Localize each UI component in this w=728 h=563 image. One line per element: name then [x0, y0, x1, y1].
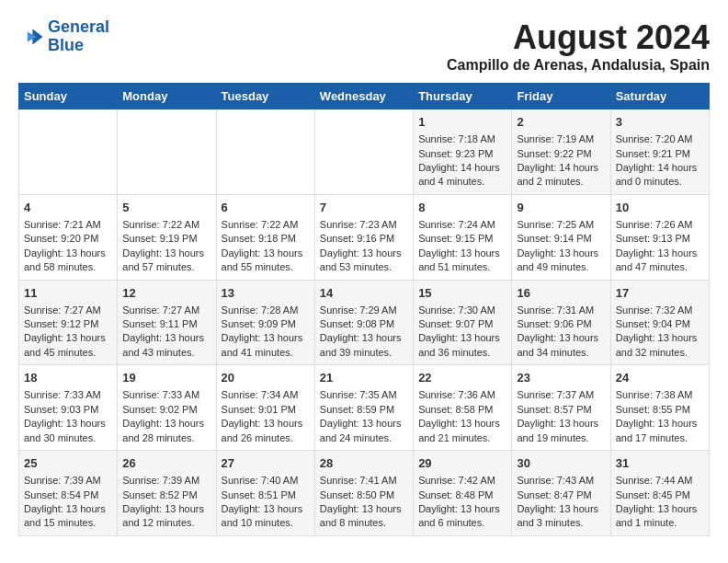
day-info: Sunrise: 7:36 AM Sunset: 8:58 PM Dayligh…	[418, 388, 506, 445]
calendar-header-row: SundayMondayTuesdayWednesdayThursdayFrid…	[19, 84, 710, 109]
day-number: 6	[222, 200, 310, 216]
day-info: Sunrise: 7:39 AM Sunset: 8:54 PM Dayligh…	[24, 474, 112, 531]
day-number: 31	[616, 455, 704, 472]
calendar-cell: 30Sunrise: 7:43 AM Sunset: 8:47 PM Dayli…	[512, 451, 610, 536]
day-number: 2	[517, 114, 605, 131]
title-area: August 2024 Campillo de Arenas, Andalusi…	[447, 18, 710, 74]
day-number: 20	[222, 370, 310, 386]
calendar-cell: 18Sunrise: 7:33 AM Sunset: 9:03 PM Dayli…	[19, 365, 118, 451]
day-number: 24	[616, 370, 704, 386]
day-info: Sunrise: 7:33 AM Sunset: 9:02 PM Dayligh…	[122, 388, 210, 445]
day-info: Sunrise: 7:28 AM Sunset: 9:09 PM Dayligh…	[222, 304, 310, 361]
calendar-cell: 8Sunrise: 7:24 AM Sunset: 9:15 PM Daylig…	[414, 194, 512, 280]
calendar-cell: 17Sunrise: 7:32 AM Sunset: 9:04 PM Dayli…	[610, 280, 709, 365]
day-number: 21	[320, 370, 408, 386]
day-info: Sunrise: 7:37 AM Sunset: 8:57 PM Dayligh…	[517, 388, 605, 445]
day-number: 29	[418, 455, 506, 472]
calendar-cell: 16Sunrise: 7:31 AM Sunset: 9:06 PM Dayli…	[512, 280, 610, 365]
day-info: Sunrise: 7:25 AM Sunset: 9:14 PM Dayligh…	[517, 218, 605, 275]
day-number: 25	[24, 455, 112, 472]
day-info: Sunrise: 7:21 AM Sunset: 9:20 PM Dayligh…	[24, 218, 112, 275]
day-number: 3	[616, 114, 704, 131]
logo: General Blue	[18, 18, 109, 55]
calendar-week-5: 25Sunrise: 7:39 AM Sunset: 8:54 PM Dayli…	[19, 451, 710, 536]
calendar-cell: 5Sunrise: 7:22 AM Sunset: 9:19 PM Daylig…	[118, 194, 216, 280]
day-info: Sunrise: 7:30 AM Sunset: 9:07 PM Dayligh…	[418, 304, 506, 361]
header-cell-sunday: Sunday	[19, 84, 118, 109]
day-number: 18	[24, 370, 112, 386]
calendar-cell: 12Sunrise: 7:27 AM Sunset: 9:11 PM Dayli…	[118, 280, 216, 365]
day-info: Sunrise: 7:29 AM Sunset: 9:08 PM Dayligh…	[320, 304, 408, 361]
calendar-cell: 22Sunrise: 7:36 AM Sunset: 8:58 PM Dayli…	[414, 365, 512, 451]
calendar-cell: 1Sunrise: 7:18 AM Sunset: 9:23 PM Daylig…	[414, 109, 512, 195]
day-info: Sunrise: 7:22 AM Sunset: 9:18 PM Dayligh…	[222, 218, 310, 275]
day-number: 1	[418, 114, 506, 131]
day-number: 10	[616, 200, 704, 216]
day-info: Sunrise: 7:24 AM Sunset: 9:15 PM Dayligh…	[418, 218, 506, 275]
calendar-cell: 25Sunrise: 7:39 AM Sunset: 8:54 PM Dayli…	[19, 451, 118, 536]
day-info: Sunrise: 7:33 AM Sunset: 9:03 PM Dayligh…	[24, 388, 112, 445]
day-info: Sunrise: 7:35 AM Sunset: 8:59 PM Dayligh…	[320, 388, 408, 445]
calendar-cell: 10Sunrise: 7:26 AM Sunset: 9:13 PM Dayli…	[610, 194, 709, 280]
logo-text: General Blue	[48, 18, 109, 55]
header-cell-wednesday: Wednesday	[314, 84, 413, 109]
calendar-cell: 4Sunrise: 7:21 AM Sunset: 9:20 PM Daylig…	[19, 194, 118, 280]
day-number: 7	[320, 200, 408, 216]
day-number: 9	[517, 200, 605, 216]
calendar-cell	[314, 109, 413, 195]
day-number: 22	[418, 370, 506, 386]
day-number: 11	[24, 285, 112, 302]
day-number: 15	[418, 285, 506, 302]
calendar-cell	[118, 109, 216, 195]
calendar-cell: 28Sunrise: 7:41 AM Sunset: 8:50 PM Dayli…	[314, 451, 413, 536]
day-info: Sunrise: 7:44 AM Sunset: 8:45 PM Dayligh…	[616, 474, 704, 531]
header-cell-saturday: Saturday	[610, 84, 709, 109]
day-info: Sunrise: 7:26 AM Sunset: 9:13 PM Dayligh…	[616, 218, 704, 275]
day-number: 4	[24, 200, 112, 216]
day-info: Sunrise: 7:20 AM Sunset: 9:21 PM Dayligh…	[616, 132, 704, 190]
day-number: 30	[517, 455, 605, 472]
logo-line2: Blue	[48, 36, 84, 54]
calendar-cell: 2Sunrise: 7:19 AM Sunset: 9:22 PM Daylig…	[512, 109, 610, 195]
day-number: 26	[122, 455, 210, 472]
day-info: Sunrise: 7:23 AM Sunset: 9:16 PM Dayligh…	[320, 218, 408, 275]
day-number: 19	[122, 370, 210, 386]
header-cell-monday: Monday	[118, 84, 216, 109]
day-number: 12	[122, 285, 210, 302]
day-info: Sunrise: 7:31 AM Sunset: 9:06 PM Dayligh…	[517, 304, 605, 361]
main-title: August 2024	[447, 18, 710, 57]
calendar-cell: 27Sunrise: 7:40 AM Sunset: 8:51 PM Dayli…	[216, 451, 314, 536]
day-number: 27	[222, 455, 310, 472]
header-cell-tuesday: Tuesday	[216, 84, 314, 109]
calendar-table: SundayMondayTuesdayWednesdayThursdayFrid…	[18, 83, 710, 536]
day-number: 5	[122, 200, 210, 216]
day-info: Sunrise: 7:19 AM Sunset: 9:22 PM Dayligh…	[517, 132, 605, 190]
day-number: 28	[320, 455, 408, 472]
calendar-cell: 26Sunrise: 7:39 AM Sunset: 8:52 PM Dayli…	[118, 451, 216, 536]
calendar-cell: 24Sunrise: 7:38 AM Sunset: 8:55 PM Dayli…	[610, 365, 709, 451]
day-info: Sunrise: 7:42 AM Sunset: 8:48 PM Dayligh…	[418, 474, 506, 531]
calendar-cell: 6Sunrise: 7:22 AM Sunset: 9:18 PM Daylig…	[216, 194, 314, 280]
calendar-cell: 11Sunrise: 7:27 AM Sunset: 9:12 PM Dayli…	[19, 280, 118, 365]
calendar-cell: 15Sunrise: 7:30 AM Sunset: 9:07 PM Dayli…	[414, 280, 512, 365]
day-info: Sunrise: 7:18 AM Sunset: 9:23 PM Dayligh…	[418, 132, 506, 190]
header-cell-thursday: Thursday	[414, 84, 512, 109]
day-number: 8	[418, 200, 506, 216]
calendar-cell: 20Sunrise: 7:34 AM Sunset: 9:01 PM Dayli…	[216, 365, 314, 451]
header-cell-friday: Friday	[512, 84, 610, 109]
calendar-week-4: 18Sunrise: 7:33 AM Sunset: 9:03 PM Dayli…	[19, 365, 710, 451]
calendar-cell: 19Sunrise: 7:33 AM Sunset: 9:02 PM Dayli…	[118, 365, 216, 451]
calendar-cell: 23Sunrise: 7:37 AM Sunset: 8:57 PM Dayli…	[512, 365, 610, 451]
day-number: 14	[320, 285, 408, 302]
day-info: Sunrise: 7:27 AM Sunset: 9:11 PM Dayligh…	[122, 304, 210, 361]
day-info: Sunrise: 7:41 AM Sunset: 8:50 PM Dayligh…	[320, 474, 408, 531]
day-info: Sunrise: 7:38 AM Sunset: 8:55 PM Dayligh…	[616, 388, 704, 445]
day-number: 13	[222, 285, 310, 302]
calendar-cell	[19, 109, 118, 195]
page-header: General Blue August 2024 Campillo de Are…	[18, 18, 710, 74]
day-info: Sunrise: 7:22 AM Sunset: 9:19 PM Dayligh…	[122, 218, 210, 275]
day-info: Sunrise: 7:34 AM Sunset: 9:01 PM Dayligh…	[222, 388, 310, 445]
calendar-body: 1Sunrise: 7:18 AM Sunset: 9:23 PM Daylig…	[19, 109, 710, 536]
logo-icon	[18, 24, 44, 50]
calendar-cell: 9Sunrise: 7:25 AM Sunset: 9:14 PM Daylig…	[512, 194, 610, 280]
